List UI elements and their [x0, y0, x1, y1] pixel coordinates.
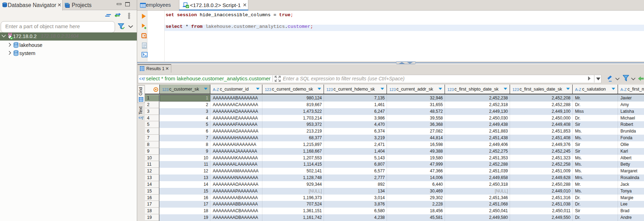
svg-text:T: T [143, 76, 146, 81]
svg-text:T: T [141, 116, 144, 120]
